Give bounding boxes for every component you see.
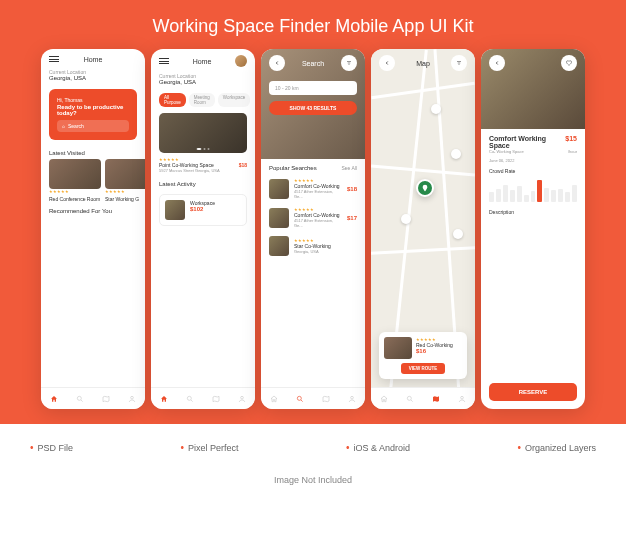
detail-date: June 06, 2022: [489, 158, 577, 163]
favorite-button[interactable]: [561, 55, 577, 71]
svg-point-5: [351, 396, 354, 399]
see-all-link[interactable]: See All: [341, 165, 357, 171]
bottom-nav: [151, 387, 255, 409]
popup-thumbnail: [384, 337, 412, 359]
result-thumbnail: [269, 179, 289, 199]
menu-icon[interactable]: [49, 55, 59, 63]
nav-home-icon[interactable]: [158, 393, 170, 405]
price-unit: /hour: [568, 149, 577, 154]
svg-point-1: [131, 396, 134, 399]
chip-workspace[interactable]: Workspace: [218, 93, 250, 107]
nav-profile-icon[interactable]: [346, 393, 358, 405]
search-result-item[interactable]: ★★★★★ Star Co-Working Georgia, USA: [261, 232, 365, 260]
filter-button[interactable]: [451, 55, 467, 71]
svg-point-6: [407, 396, 411, 400]
activity-thumbnail: [165, 200, 185, 220]
chip-all[interactable]: All Purpose: [159, 93, 186, 107]
rating-stars: ★★★★★: [49, 189, 101, 194]
nav-search-icon[interactable]: [74, 393, 86, 405]
nav-map-icon[interactable]: [320, 393, 332, 405]
map-marker-icon[interactable]: [451, 149, 461, 159]
chart-bar[interactable]: [503, 185, 508, 202]
menu-icon[interactable]: [159, 57, 169, 65]
back-button[interactable]: [379, 55, 395, 71]
result-price: $18: [347, 186, 357, 192]
detail-title: Comfort Working Space: [489, 135, 565, 149]
chart-bar[interactable]: [517, 186, 522, 202]
nav-home-icon[interactable]: [48, 393, 60, 405]
header-title: Search: [302, 60, 324, 67]
feature-item: PSD File: [30, 442, 73, 453]
hero-card: Hi, Thomas Ready to be productive today?…: [49, 89, 137, 140]
kit-title: Working Space Finder Mobile App UI Kit: [0, 0, 626, 49]
view-route-button[interactable]: VIEW ROUTE: [401, 363, 446, 374]
chart-bar[interactable]: [531, 191, 536, 202]
section-recommended: Recommended For You: [41, 202, 145, 217]
detail-hero-image: [481, 49, 585, 129]
nav-home-icon[interactable]: [268, 393, 280, 405]
location-value[interactable]: Georgia, USA: [41, 75, 145, 85]
screen-map: Map ★★★★★ Red Co-Working $16 VIEW ROUTE: [371, 49, 475, 409]
result-address: 4517 Ather Extension, Ge...: [294, 218, 342, 228]
chart-bar[interactable]: [544, 188, 549, 202]
activity-card[interactable]: Workspace $102: [159, 194, 247, 226]
nav-profile-icon[interactable]: [126, 393, 138, 405]
map-popup-card: ★★★★★ Red Co-Working $16 VIEW ROUTE: [379, 332, 467, 379]
chip-meeting[interactable]: Meeting Room: [189, 93, 215, 107]
section-latest-visited: Latest Visited: [41, 144, 145, 159]
greeting: Hi, Thomas: [57, 97, 129, 103]
map-marker-icon[interactable]: [431, 104, 441, 114]
chart-bar[interactable]: [537, 180, 542, 202]
avatar[interactable]: [235, 55, 247, 67]
map-pin-current[interactable]: [416, 179, 434, 197]
show-results-button[interactable]: SHOW 43 RESULTS: [269, 101, 357, 115]
chart-bar[interactable]: [510, 190, 515, 202]
popup-price: $16: [416, 348, 462, 354]
listing-address: 5927 Marcus Street Georgia, USA: [159, 168, 247, 173]
feature-item: iOS & Android: [346, 442, 410, 453]
chart-bar[interactable]: [496, 189, 501, 202]
back-button[interactable]: [489, 55, 505, 71]
nav-search-icon[interactable]: [184, 393, 196, 405]
reserve-button[interactable]: RESERVE: [489, 383, 577, 401]
chart-bar[interactable]: [558, 189, 563, 202]
bottom-nav: [261, 387, 365, 409]
listing-price: $18: [239, 162, 247, 168]
chart-bar[interactable]: [489, 192, 494, 202]
space-card[interactable]: ★★★★★ Star Working G: [105, 159, 145, 202]
nav-search-icon[interactable]: [294, 393, 306, 405]
search-result-item[interactable]: ★★★★★ Comfort Co-Working 4517 Ather Exte…: [261, 174, 365, 203]
filter-button[interactable]: [341, 55, 357, 71]
result-address: Georgia, USA: [294, 249, 357, 254]
nav-search-icon[interactable]: [404, 393, 416, 405]
result-price: $17: [347, 215, 357, 221]
search-hero: Search 10 - 20 km SHOW 43 RESULTS: [261, 49, 365, 159]
distance-input[interactable]: 10 - 20 km: [269, 81, 357, 95]
crowd-rate-label: Crowd Rate: [489, 168, 577, 174]
back-button[interactable]: [269, 55, 285, 71]
header-title: Home: [84, 56, 103, 63]
phone-screens-row: Home Current Location Georgia, USA Hi, T…: [0, 49, 626, 409]
chart-bar[interactable]: [565, 192, 570, 202]
nav-home-icon[interactable]: [378, 393, 390, 405]
space-card[interactable]: ★★★★★ Red Conference Room: [49, 159, 101, 202]
search-input[interactable]: ⌕ Search: [57, 120, 129, 132]
bottom-nav: [41, 387, 145, 409]
nav-profile-icon[interactable]: [236, 393, 248, 405]
nav-map-icon[interactable]: [100, 393, 112, 405]
nav-map-icon[interactable]: [430, 393, 442, 405]
chart-bar[interactable]: [572, 185, 577, 202]
feature-item: Pixel Perfect: [180, 442, 238, 453]
nav-map-icon[interactable]: [210, 393, 222, 405]
map-marker-icon[interactable]: [453, 229, 463, 239]
location-value[interactable]: Georgia, USA: [151, 79, 255, 89]
chart-bar[interactable]: [524, 195, 529, 202]
map-marker-icon[interactable]: [401, 214, 411, 224]
header-title: Map: [416, 60, 430, 67]
nav-profile-icon[interactable]: [456, 393, 468, 405]
result-thumbnail: [269, 236, 289, 256]
screen-search: Search 10 - 20 km SHOW 43 RESULTS Popula…: [261, 49, 365, 409]
featured-image[interactable]: [159, 113, 247, 153]
chart-bar[interactable]: [551, 190, 556, 202]
search-result-item[interactable]: ★★★★★ Comfort Co-Working 4517 Ather Exte…: [261, 203, 365, 232]
